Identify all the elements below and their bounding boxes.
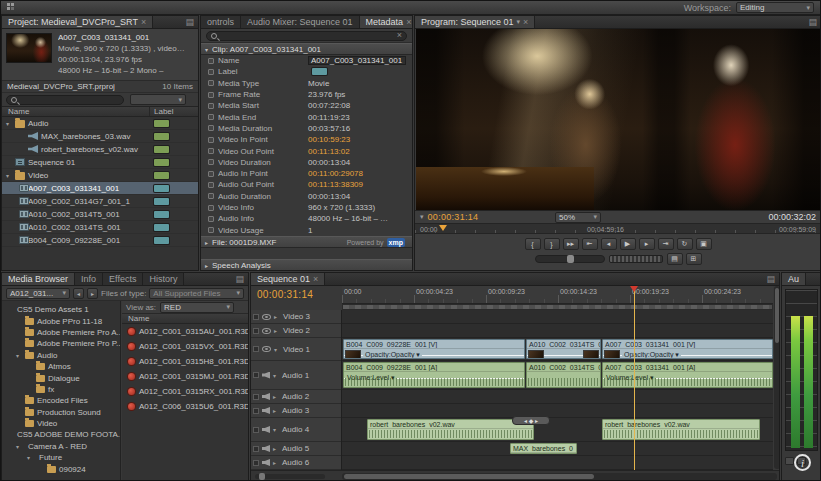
view-as-dropdown[interactable]: RED ▾ bbox=[160, 302, 234, 313]
tree-item[interactable]: Atmos bbox=[2, 361, 120, 372]
file-row[interactable]: A012_C001_0315H8_001.R3D bbox=[122, 354, 248, 369]
audio-track-header[interactable]: ▸ Audio 5 bbox=[251, 442, 341, 456]
program-time-ruler[interactable]: 00:00 00:04:59:16 00:09:59:09 bbox=[415, 223, 821, 234]
playhead-marker[interactable] bbox=[630, 286, 638, 292]
disclosure-triangle-icon[interactable]: ▾ bbox=[16, 352, 22, 359]
project-row[interactable]: Sequence 01 bbox=[2, 156, 198, 169]
column-name[interactable]: Name bbox=[2, 107, 29, 116]
timeline-vertical-scrollbar[interactable] bbox=[774, 286, 780, 469]
collapse-track-icon[interactable]: ▸ bbox=[273, 459, 279, 466]
tree-item[interactable]: CS5 ADOBE DEMO FOOTA... bbox=[2, 429, 120, 440]
track-lock-toggle[interactable] bbox=[253, 408, 259, 414]
label-chip[interactable] bbox=[154, 211, 169, 218]
tab-history[interactable]: History bbox=[143, 273, 184, 285]
tree-item[interactable]: CS5 Demo Assets 1 bbox=[2, 304, 120, 315]
scrollbar-thumb[interactable] bbox=[344, 474, 594, 479]
safe-margins-button[interactable]: ▣ bbox=[696, 238, 712, 250]
collapse-track-icon[interactable]: ▸ bbox=[273, 393, 279, 400]
audio-track-header[interactable]: ▾ Audio 4 bbox=[251, 418, 341, 442]
info-icon[interactable]: i bbox=[794, 454, 811, 471]
clip-thumbnail[interactable] bbox=[6, 33, 52, 63]
project-row[interactable]: A007_C003_031341_001 bbox=[2, 182, 198, 195]
collapse-track-icon[interactable]: ▸ bbox=[274, 313, 280, 320]
triangle-right-icon[interactable]: ▸ bbox=[205, 239, 208, 246]
metadata-row[interactable]: Media Start 00:07:22:08 bbox=[201, 100, 412, 111]
project-row[interactable]: MAX_barebones_03.wav bbox=[2, 130, 198, 143]
metadata-row[interactable]: Media Duration 00:03:57:16 bbox=[201, 123, 412, 134]
tab-effects[interactable]: Effects bbox=[103, 273, 143, 285]
timeline-ruler[interactable]: 00:0000:00:04:2300:00:09:2300:00:14:2300… bbox=[342, 286, 773, 304]
audio-level-meters[interactable] bbox=[785, 289, 818, 451]
label-chip[interactable] bbox=[154, 172, 169, 179]
disclosure-triangle-icon[interactable]: ▾ bbox=[6, 172, 12, 179]
timeline-clip[interactable]: MAX_barebones_0 bbox=[510, 443, 577, 454]
property-value[interactable]: 00:11:19:23 bbox=[308, 113, 350, 122]
shuttle-slider[interactable] bbox=[535, 255, 605, 263]
track-video-2[interactable] bbox=[342, 324, 773, 338]
tree-item[interactable]: fx bbox=[2, 384, 120, 395]
file-list-column-header[interactable]: Name bbox=[122, 314, 248, 324]
metadata-row[interactable]: Video Info 960 x 720 (1.3333) bbox=[201, 202, 412, 213]
go-to-in-button[interactable]: { bbox=[525, 238, 541, 250]
audio-track-header[interactable]: ▸ Audio 2 bbox=[251, 390, 341, 404]
keyframe-navigator[interactable]: ◂ ◆ ▸ bbox=[512, 416, 550, 425]
solo-button[interactable] bbox=[785, 457, 794, 465]
tree-item[interactable]: Dialogue bbox=[2, 372, 120, 383]
timeline-clip[interactable]: A010_C002_0314TS_00 bbox=[526, 362, 601, 388]
property-value[interactable]: 00:11:00:29078 bbox=[308, 169, 363, 178]
property-value[interactable]: 00:11:13:02 bbox=[308, 147, 350, 156]
property-value[interactable]: 00:00:13:04 bbox=[308, 192, 350, 201]
file-section-header[interactable]: ▸ File: 0001D9.MXF Powered by xmp bbox=[201, 236, 412, 248]
track-lock-toggle[interactable] bbox=[253, 328, 259, 334]
property-value[interactable]: 00:07:22:08 bbox=[308, 101, 350, 110]
files-of-type-dropdown[interactable]: All Supported Files ▾ bbox=[149, 288, 244, 299]
project-search-input[interactable] bbox=[6, 95, 124, 105]
panel-menu-icon[interactable]: ▤ bbox=[804, 16, 821, 28]
playhead-line[interactable] bbox=[634, 286, 635, 470]
disclosure-triangle-icon[interactable]: ▾ bbox=[16, 443, 22, 450]
audio-track-header[interactable]: ▾ Audio 1 bbox=[251, 361, 341, 390]
timeline-clip[interactable]: robert_barebones_v02.wav bbox=[367, 419, 534, 440]
video-track-header[interactable]: ▸ Video 2 bbox=[251, 324, 341, 338]
collapse-track-icon[interactable]: ▾ bbox=[273, 426, 279, 433]
step-back-button[interactable]: ◂ bbox=[601, 238, 617, 250]
tab-project[interactable]: Project: Medieval_DVCPro_SRT × bbox=[2, 16, 153, 28]
file-row[interactable]: A012_C006_0315U6_001.R3D bbox=[122, 399, 248, 414]
project-row[interactable]: A010_C002_0314T5_001 bbox=[2, 208, 198, 221]
trim-monitor-button[interactable]: ▤ bbox=[667, 253, 683, 265]
collapse-track-icon[interactable]: ▾ bbox=[273, 372, 279, 379]
toggle-track-output-icon[interactable] bbox=[262, 314, 271, 320]
triangle-down-icon[interactable]: ▾ bbox=[205, 46, 208, 53]
file-row[interactable]: A012_C001_0315VX_001.R3D bbox=[122, 339, 248, 354]
label-chip[interactable] bbox=[154, 224, 169, 231]
column-label[interactable]: Label bbox=[154, 107, 174, 116]
tab-effect-controls[interactable]: ontrols bbox=[201, 16, 241, 28]
metadata-row[interactable]: Audio Out Point 00:11:13:38309 bbox=[201, 179, 412, 190]
tab-metadata[interactable]: Metadata × bbox=[360, 16, 413, 28]
panel-menu-icon[interactable]: ▤ bbox=[181, 16, 198, 28]
property-value[interactable]: 23.976 fps bbox=[308, 90, 345, 99]
tree-item[interactable]: Adobe Premiere Pro P... bbox=[2, 338, 120, 349]
tree-item[interactable]: Encoded Files bbox=[2, 395, 120, 406]
timeline-clip[interactable]: A007_C003_031341_001 [A] Volume:Level ▾ bbox=[602, 362, 773, 388]
scrollbar-thumb[interactable] bbox=[775, 288, 779, 343]
collapse-track-icon[interactable]: ▾ bbox=[274, 346, 280, 353]
timeline-clip[interactable]: robert_barebones_v02.wav bbox=[602, 419, 760, 440]
go-to-previous-edit-button[interactable]: ⇤ bbox=[582, 238, 598, 250]
property-value[interactable]: 1 bbox=[308, 226, 312, 235]
tree-item[interactable]: ▾ Future bbox=[2, 452, 120, 463]
tab-media-browser[interactable]: Media Browser bbox=[2, 273, 75, 285]
panel-menu-icon[interactable]: ▤ bbox=[231, 273, 248, 285]
tree-item[interactable]: ▾ Audio bbox=[2, 350, 120, 361]
metadata-search-input[interactable]: × bbox=[206, 31, 407, 41]
chevron-down-icon[interactable]: ▾ bbox=[420, 213, 424, 221]
collapse-track-icon[interactable]: ▸ bbox=[274, 327, 280, 334]
timeline-clip[interactable]: B004_C009_09228E_001 [V] Opacity:Opacity… bbox=[343, 339, 525, 359]
audio-track-header[interactable]: ▸ Audio 6 bbox=[251, 456, 341, 470]
track-audio-4[interactable]: robert_barebones_v02.wav robert_barebone… bbox=[342, 418, 773, 442]
close-icon[interactable]: × bbox=[406, 18, 411, 27]
label-chip[interactable] bbox=[154, 159, 169, 166]
tab-sequence-01[interactable]: Sequence 01 × bbox=[251, 273, 325, 285]
label-chip[interactable] bbox=[154, 198, 169, 205]
timeline-zoom-slider[interactable] bbox=[255, 474, 325, 479]
